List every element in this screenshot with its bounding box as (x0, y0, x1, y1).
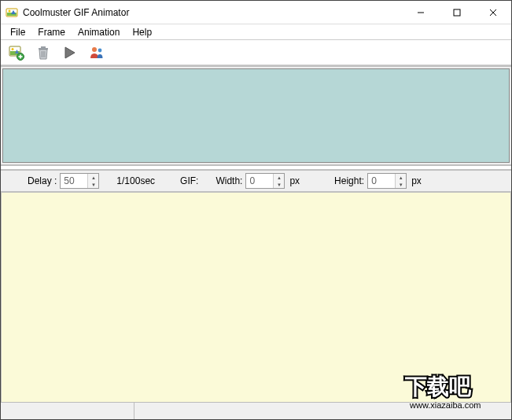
menu-frame[interactable]: Frame (31, 25, 72, 39)
height-label: Height: (334, 175, 364, 186)
width-unit: px (289, 175, 300, 186)
delete-button[interactable] (34, 43, 53, 62)
gif-label: GIF: (180, 175, 198, 186)
width-up-icon[interactable]: ▲ (274, 174, 284, 181)
status-cell-1 (1, 403, 134, 419)
delay-input[interactable] (61, 174, 87, 188)
add-image-button[interactable] (7, 43, 26, 62)
width-spinner[interactable]: ▲ ▼ (245, 173, 285, 189)
svg-point-22 (98, 48, 102, 52)
svg-rect-16 (41, 46, 46, 48)
height-unit: px (411, 175, 422, 186)
width-label: Width: (215, 175, 242, 186)
menu-animation[interactable]: Animation (72, 25, 126, 39)
delay-spinner[interactable]: ▲ ▼ (60, 173, 99, 189)
svg-rect-5 (454, 9, 460, 16)
titlebar: Coolmuster GIF Animator (1, 1, 511, 24)
play-button[interactable] (61, 43, 79, 62)
height-spinner[interactable]: ▲ ▼ (367, 173, 407, 189)
svg-marker-20 (65, 47, 75, 58)
window-title: Coolmuster GIF Animator (23, 7, 129, 18)
delay-down-icon[interactable]: ▼ (88, 181, 98, 188)
close-button[interactable] (475, 1, 511, 24)
svg-point-21 (92, 47, 97, 52)
settings-bar: Delay : ▲ ▼ 1/100sec GIF: Width: ▲ ▼ px … (1, 171, 511, 191)
framestrip-container (1, 65, 511, 166)
settings-container: Delay : ▲ ▼ 1/100sec GIF: Width: ▲ ▼ px … (1, 169, 511, 193)
toolbar (1, 40, 511, 65)
framestrip[interactable] (2, 68, 510, 163)
svg-point-10 (12, 48, 14, 50)
menu-file[interactable]: File (4, 25, 31, 39)
app-icon (6, 6, 18, 19)
menu-help[interactable]: Help (126, 25, 158, 39)
canvas[interactable] (1, 193, 511, 402)
width-input[interactable] (246, 174, 273, 188)
delay-unit: 1/100sec (116, 175, 155, 186)
menubar: File Frame Animation Help (1, 24, 511, 40)
minimize-button[interactable] (403, 1, 439, 24)
svg-point-2 (9, 9, 11, 12)
statusbar (1, 402, 511, 419)
people-button[interactable] (87, 43, 106, 62)
width-down-icon[interactable]: ▼ (274, 181, 284, 188)
height-down-icon[interactable]: ▼ (396, 181, 406, 188)
delay-label: Delay : (28, 175, 57, 186)
height-up-icon[interactable]: ▲ (396, 174, 406, 181)
maximize-button[interactable] (439, 1, 475, 24)
status-cell-2 (134, 403, 511, 419)
delay-up-icon[interactable]: ▲ (88, 174, 98, 181)
height-input[interactable] (368, 174, 395, 188)
